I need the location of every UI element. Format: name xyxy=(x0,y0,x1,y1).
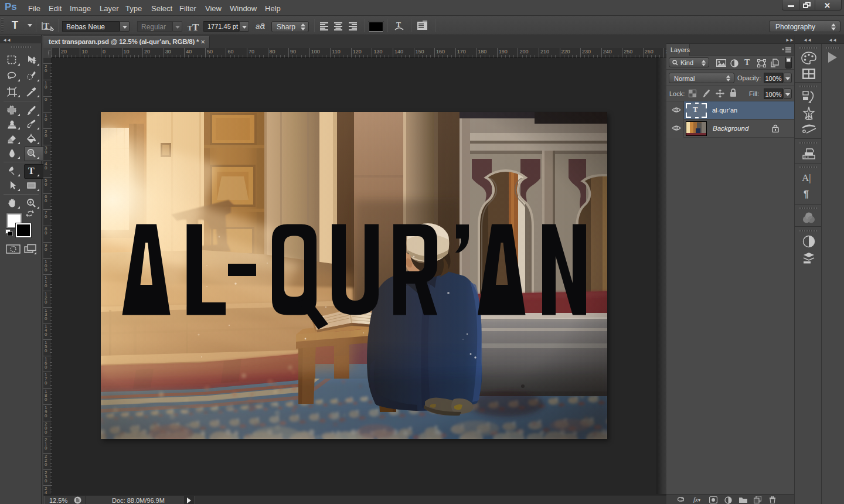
svg-text:T: T xyxy=(192,22,199,31)
svg-text:T: T xyxy=(188,24,192,31)
svg-text:T: T xyxy=(28,166,35,176)
